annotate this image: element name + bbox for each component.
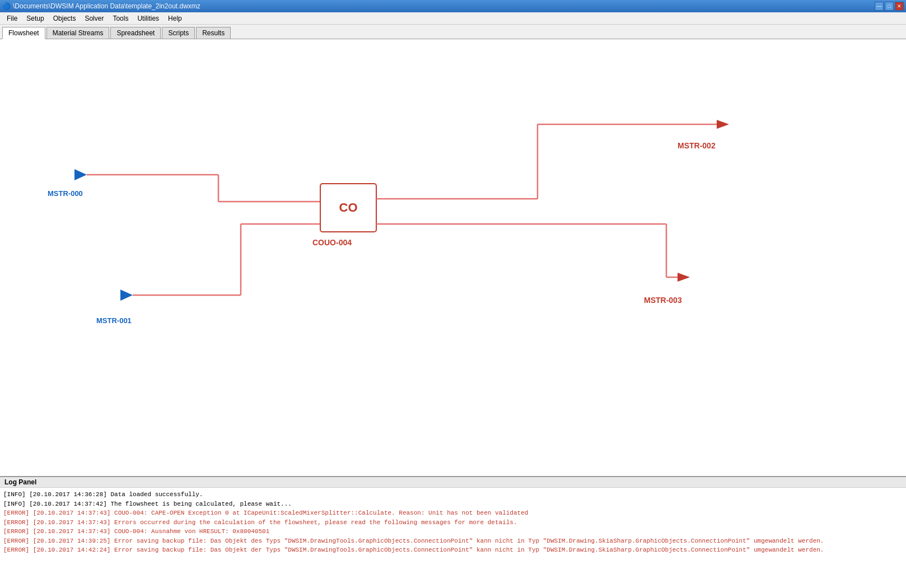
mstr-000-label: MSTR-000 — [48, 189, 83, 198]
log-panel-header: Log Panel — [0, 477, 906, 488]
tab-scripts[interactable]: Scripts — [162, 27, 195, 39]
app-icon: 🔵 — [2, 2, 11, 10]
title-bar-controls: — □ ✕ — [875, 2, 904, 11]
title-bar: 🔵 \Documents\DWSIM Application Data\temp… — [0, 0, 906, 12]
mstr-003-label: MSTR-003 — [644, 296, 682, 305]
log-entry: [ERROR] [20.10.2017 14:42:24] Error savi… — [3, 545, 903, 555]
tab-results[interactable]: Results — [196, 27, 231, 39]
couo-004-label: COUO-004 — [312, 238, 352, 247]
mstr-002-arrowhead — [717, 120, 729, 129]
log-entry: [ERROR] [20.10.2017 14:37:43] Errors occ… — [3, 518, 903, 528]
co-unit-symbol: CO — [339, 200, 358, 214]
menu-setup[interactable]: Setup — [22, 13, 48, 24]
log-entry: [INFO] [20.10.2017 14:37:42] The flowshe… — [3, 500, 903, 509]
menu-solver[interactable]: Solver — [80, 13, 108, 24]
mstr-001-label: MSTR-001 — [96, 316, 132, 325]
tab-flowsheet[interactable]: Flowsheet — [2, 27, 45, 39]
log-entry: [ERROR] [20.10.2017 14:37:43] COUO-004: … — [3, 508, 903, 518]
menu-file[interactable]: File — [2, 13, 22, 24]
title-bar-text: \Documents\DWSIM Application Data\templa… — [13, 2, 200, 10]
tab-bar: Flowsheet Material Streams Spreadsheet S… — [0, 25, 906, 39]
close-button[interactable]: ✕ — [895, 2, 904, 11]
mstr-003-arrowhead — [678, 273, 690, 282]
minimize-button[interactable]: — — [875, 2, 884, 11]
menu-tools[interactable]: Tools — [108, 13, 133, 24]
tab-spreadsheet[interactable]: Spreadsheet — [110, 27, 161, 39]
menu-bar: File Setup Objects Solver Tools Utilitie… — [0, 12, 906, 25]
mstr-002-label: MSTR-002 — [678, 141, 716, 150]
log-entry: [ERROR] [20.10.2017 14:37:43] COUO-004: … — [3, 527, 903, 536]
flowsheet-svg: CO — [0, 39, 906, 476]
log-panel: Log Panel [INFO] [20.10.2017 14:36:28] D… — [0, 476, 906, 588]
menu-objects[interactable]: Objects — [49, 13, 81, 24]
mstr-001-arrowhead — [120, 290, 133, 301]
maximize-button[interactable]: □ — [885, 2, 894, 11]
menu-utilities[interactable]: Utilities — [133, 13, 164, 24]
log-entry: [INFO] [20.10.2017 14:36:28] Data loaded… — [3, 490, 903, 500]
flowsheet-canvas[interactable]: CO MSTR-000 MSTR-001 MSTR-002 MSTR-003 C… — [0, 39, 906, 476]
log-panel-content[interactable]: [INFO] [20.10.2017 14:36:28] Data loaded… — [0, 488, 906, 588]
log-entry: [ERROR] [20.10.2017 14:39:25] Error savi… — [3, 536, 903, 546]
mstr-000-arrowhead — [74, 169, 87, 180]
tab-material-streams[interactable]: Material Streams — [46, 27, 110, 39]
menu-help[interactable]: Help — [164, 13, 186, 24]
